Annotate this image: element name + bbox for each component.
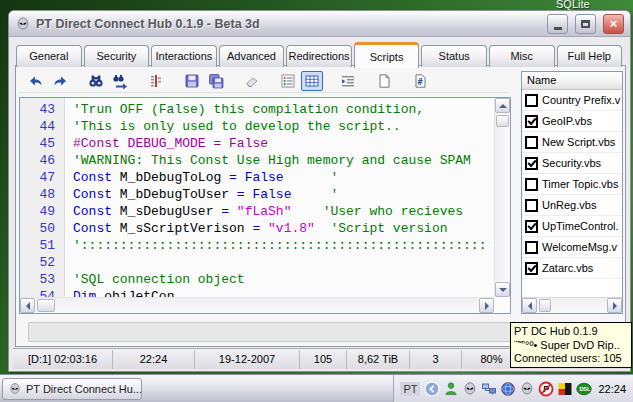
indent-icon[interactable] — [337, 71, 359, 91]
new-file-icon[interactable] — [373, 71, 395, 91]
editor-vertical-scrollbar[interactable] — [494, 98, 510, 297]
code-area[interactable]: 43'Trun OFF (False) this compilation con… — [20, 98, 494, 297]
script-checkbox[interactable] — [525, 220, 538, 233]
status-segment: [D:1] 02:03:16 — [13, 350, 113, 369]
find-next-icon[interactable] — [109, 71, 131, 91]
find-icon[interactable] — [85, 71, 107, 91]
list-scroll-thumb[interactable] — [539, 299, 551, 312]
script-code-editor[interactable]: 43'Trun OFF (False) this compilation con… — [19, 97, 511, 314]
script-list-item[interactable]: Security.vbs — [522, 153, 622, 174]
desktop-icon-label[interactable]: SQLite — [556, 0, 590, 10]
tooltip-title: PT DC Hub 0.1.9 — [514, 325, 628, 337]
taskbar: PT Direct Connect Hu... PT 22:24 — [0, 374, 633, 402]
scripts-tab-page: 43'Trun OFF (False) this compilation con… — [15, 65, 626, 347]
alien-icon[interactable] — [461, 380, 478, 397]
grid-icon[interactable] — [301, 71, 323, 91]
script-checkbox[interactable] — [525, 199, 538, 212]
save-all-icon[interactable] — [205, 71, 227, 91]
script-list-header[interactable]: Name — [522, 72, 622, 90]
script-checkbox[interactable] — [525, 241, 538, 254]
tab-full-help[interactable]: Full Help — [557, 45, 623, 67]
list-scroll-left-button[interactable] — [522, 298, 537, 313]
script-list-item[interactable]: New Script.vbs — [522, 132, 622, 153]
editor-horizontal-scrollbar[interactable] — [20, 297, 494, 313]
close-icon: × — [610, 16, 618, 31]
script-checkbox[interactable] — [525, 136, 538, 149]
dsl-icon[interactable] — [575, 380, 592, 397]
code-text: Dim objJetCon — [64, 288, 174, 297]
goto-line-icon[interactable] — [145, 71, 167, 91]
close-button[interactable]: × — [603, 14, 624, 34]
script-name: Timer Topic.vbs — [542, 178, 618, 190]
code-line: 46'WARNING: This Const Use High memory a… — [20, 152, 494, 169]
arrow-left-icon — [22, 302, 30, 310]
script-checkbox[interactable] — [525, 178, 538, 191]
script-list-item[interactable]: UpTimeControl. — [522, 216, 622, 237]
save-icon[interactable] — [181, 71, 203, 91]
scroll-up-button[interactable] — [495, 98, 510, 113]
eraser-icon[interactable] — [241, 71, 263, 91]
script-checkbox[interactable] — [525, 262, 538, 275]
globe-icon[interactable] — [499, 380, 516, 397]
list-options-icon[interactable] — [277, 71, 299, 91]
taskbar-button-pt-hub[interactable]: PT Direct Connect Hu... — [2, 378, 142, 400]
script-list-item[interactable]: Zatarc.vbs — [522, 258, 622, 279]
code-line: 48Const M_bDebugToUser = False ' — [20, 186, 494, 203]
tab-general[interactable]: General — [16, 45, 82, 67]
list-scroll-right-button[interactable] — [607, 298, 622, 313]
code-text: 'SQL connection object — [64, 271, 245, 288]
tab-interactions[interactable]: Interactions — [151, 45, 217, 67]
app-window: PT Direct Connect Hub 0.1.9 - Beta 3d × … — [8, 10, 631, 372]
tab-misc[interactable]: Misc — [489, 45, 555, 67]
horizontal-scroll-thumb[interactable] — [37, 299, 55, 312]
minimize-button[interactable] — [547, 14, 568, 34]
tab-scripts[interactable]: Scripts — [354, 42, 420, 68]
code-text: Const M_bDebugToLog = False ' — [64, 169, 338, 186]
script-list-item[interactable]: Timer Topic.vbs — [522, 174, 622, 195]
script-name: UnReg.vbs — [542, 199, 596, 211]
script-checkbox[interactable] — [525, 115, 538, 128]
code-text: Const M_sDebugUser = "fLaSh" 'User who r… — [64, 203, 463, 220]
status-segment: 105 — [300, 350, 347, 369]
script-name: Country Prefix.v — [542, 94, 620, 106]
tab-status[interactable]: Status — [421, 45, 487, 67]
script-list-item[interactable]: Country Prefix.v — [522, 90, 622, 111]
scroll-right-button[interactable] — [479, 298, 494, 313]
undo-icon[interactable] — [25, 71, 47, 91]
tab-security[interactable]: Security — [84, 45, 150, 67]
script-list: Name Country Prefix.vGeoIP.vbsNew Script… — [521, 71, 623, 314]
line-number: 52 — [20, 254, 64, 271]
block-p-icon[interactable] — [537, 380, 554, 397]
script-checkbox[interactable] — [525, 157, 538, 170]
code-line: 51':::::::::::::::::::::::::::::::::::::… — [20, 237, 494, 254]
collapse-chevron-icon[interactable] — [423, 380, 440, 397]
code-text: 'WARNING: This Const Use High memory and… — [64, 152, 471, 169]
tab-redirections[interactable]: Redirections — [286, 45, 352, 67]
scroll-left-button[interactable] — [20, 298, 35, 313]
code-line: 50Const M_sScriptVerison = "v1.8" 'Scrip… — [20, 220, 494, 237]
maximize-button[interactable] — [575, 14, 596, 34]
network-icon[interactable] — [480, 380, 497, 397]
code-text: #Const DEBUG_MODE = False — [64, 135, 268, 152]
tab-advanced[interactable]: Advanced — [219, 45, 285, 67]
vertical-scroll-thumb[interactable] — [496, 115, 509, 127]
status-segment: 8,62 TiB — [347, 350, 410, 369]
script-checkbox[interactable] — [525, 94, 538, 107]
redo-icon[interactable] — [49, 71, 71, 91]
scroll-down-button[interactable] — [495, 282, 510, 297]
script-list-item[interactable]: WelcomeMsg.v — [522, 237, 622, 258]
alien-app-icon — [15, 16, 31, 32]
script-name: UpTimeControl. — [542, 220, 619, 232]
color-grid-icon[interactable] — [556, 380, 573, 397]
script-list-item[interactable]: UnReg.vbs — [522, 195, 622, 216]
status-segment: 3 — [410, 350, 462, 369]
line-number: 46 — [20, 152, 64, 169]
script-list-item[interactable]: GeoIP.vbs — [522, 111, 622, 132]
list-horizontal-scrollbar[interactable] — [522, 297, 622, 313]
code-line: 54Dim objJetCon — [20, 288, 494, 297]
line-number: 48 — [20, 186, 64, 203]
alien2-icon[interactable] — [518, 380, 535, 397]
titlebar[interactable]: PT Direct Connect Hub 0.1.9 - Beta 3d × — [9, 11, 630, 37]
line-numbers-icon[interactable] — [409, 71, 431, 91]
user-icon[interactable] — [442, 380, 459, 397]
